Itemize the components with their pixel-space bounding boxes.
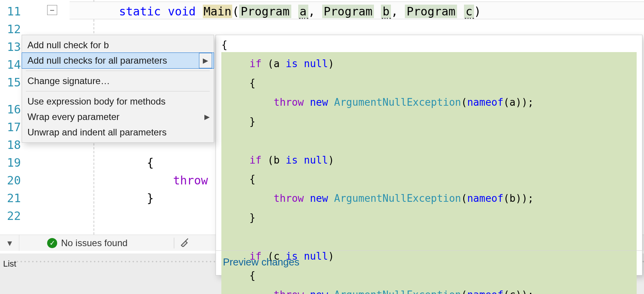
menu-separator [26, 71, 210, 71]
line-number: 18 [0, 138, 22, 152]
check-circle-icon: ✓ [47, 238, 57, 248]
menu-item-label: Add null check for b [27, 40, 109, 50]
line-number: 12 [0, 22, 22, 36]
param-name: b [381, 5, 391, 18]
quick-actions-menu[interactable]: Add null check for b Add null checks for… [22, 35, 214, 143]
line-number: 16 [0, 103, 22, 116]
code-throw: throw [173, 171, 208, 189]
line-number: 14 [0, 58, 22, 71]
line-number: 15 [0, 76, 22, 89]
param-name: a [298, 5, 308, 18]
menu-item-add-null-check-b[interactable]: Add null check for b [22, 37, 214, 53]
param-type: Program [405, 5, 457, 18]
outlining-collapse-icon[interactable]: − [47, 5, 57, 15]
param-type: Program [239, 5, 291, 18]
preview-footer: Preview changes [216, 250, 642, 275]
preview-changes-link[interactable]: Preview changes [223, 256, 299, 268]
param-name: c [464, 5, 474, 18]
menu-item-wrap-every-parameter[interactable]: Wrap every parameter ▶ [22, 109, 214, 125]
line-number: 20 [0, 174, 22, 187]
chevron-right-icon: ▶ [204, 113, 210, 121]
keyword-static-void: static void [119, 5, 203, 18]
menu-separator [26, 91, 210, 91]
line-number: 11 [0, 5, 22, 18]
menu-item-expression-body[interactable]: Use expression body for methods [22, 94, 214, 109]
cleanup-brush-icon[interactable] [180, 237, 190, 249]
menu-item-label: Use expression body for methods [27, 96, 166, 106]
menu-item-label: Add null checks for all parameters [27, 55, 167, 66]
editor-root: 11 − 12 13 14 15 16 17 18 19 20 21 22 st… [0, 0, 644, 294]
preview-pane: { if (a is null) { throw new ArgumentNul… [216, 35, 642, 275]
line-number: 21 [0, 191, 22, 205]
menu-item-unwrap-indent[interactable]: Unwrap and indent all parameters [22, 125, 214, 140]
method-name: Main [203, 5, 232, 18]
line-number: 22 [0, 209, 22, 223]
line-number: 17 [0, 120, 22, 134]
menu-item-change-signature[interactable]: Change signature… [22, 73, 214, 89]
menu-item-add-null-checks-all[interactable]: Add null checks for all parameters ▶ [22, 52, 214, 69]
line-number: 19 [0, 156, 22, 169]
status-text: No issues found [61, 238, 127, 248]
code-line-signature: static void Main ( Program a , Program b… [119, 2, 481, 20]
dropdown-icon[interactable]: ▾ [0, 235, 19, 251]
param-type: Program [322, 5, 374, 18]
menu-item-label: Wrap every parameter [27, 112, 119, 122]
menu-item-label: Unwrap and indent all parameters [27, 127, 167, 137]
preview-open-brace: { [221, 39, 637, 51]
line-number: 13 [0, 40, 22, 54]
code-brace-open: { [147, 154, 154, 171]
chevron-right-icon[interactable]: ▶ [199, 53, 212, 68]
tool-tab-list[interactable]: List [0, 258, 19, 270]
divider [174, 238, 174, 248]
code-brace-close: } [147, 189, 154, 207]
menu-item-label: Change signature… [27, 76, 110, 86]
